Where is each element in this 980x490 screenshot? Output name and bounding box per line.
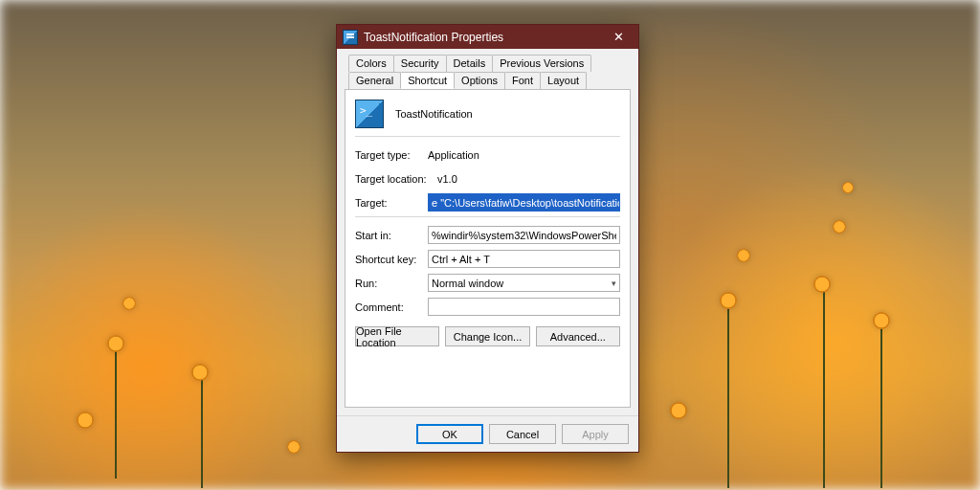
apply-button[interactable]: Apply [562, 424, 629, 444]
tab-layout[interactable]: Layout [540, 72, 587, 89]
shortcut-panel: ToastNotification Target type: Applicati… [345, 89, 631, 408]
shortcut-header: ToastNotification [355, 100, 620, 137]
start-in-input[interactable] [428, 226, 620, 244]
dialog-body: Colors Security Details Previous Version… [337, 49, 638, 415]
open-file-location-button[interactable]: Open File Location [355, 326, 439, 346]
close-button[interactable]: ✕ [598, 25, 638, 49]
tab-previous-versions[interactable]: Previous Versions [492, 55, 591, 72]
close-icon: ✕ [613, 30, 624, 44]
row-target-type: Target type: Application [355, 145, 620, 165]
row-target-location: Target location: v1.0 [355, 168, 620, 189]
chevron-down-icon: ▾ [612, 278, 616, 288]
row-target: Target: e "C:\Users\fatiw\Desktop\toastN… [355, 192, 620, 212]
titlebar[interactable]: ToastNotification Properties ✕ [337, 25, 638, 49]
window-title: ToastNotification Properties [364, 31, 598, 44]
tab-strip: Colors Security Details Previous Version… [345, 55, 631, 89]
value-target-location: v1.0 [437, 173, 457, 185]
powershell-large-icon [355, 100, 384, 128]
divider [355, 216, 620, 217]
row-comment: Comment: [355, 297, 620, 317]
shortcut-action-buttons: Open File Location Change Icon... Advanc… [355, 326, 620, 346]
tab-details[interactable]: Details [446, 55, 494, 72]
label-target-location: Target location: [355, 173, 437, 185]
shortcut-name: ToastNotification [395, 108, 473, 120]
cancel-button[interactable]: Cancel [489, 424, 556, 444]
label-run: Run: [355, 278, 428, 289]
row-shortcut-key: Shortcut key: [355, 249, 620, 269]
tab-general[interactable]: General [348, 72, 401, 89]
shortcut-key-input[interactable] [428, 250, 620, 268]
change-icon-button[interactable]: Change Icon... [445, 326, 529, 346]
ok-button[interactable]: OK [416, 424, 483, 444]
dialog-footer: OK Cancel Apply [337, 415, 638, 452]
target-input[interactable]: e "C:\Users\fatiw\Desktop\toastNotificat… [428, 193, 620, 212]
comment-input[interactable] [428, 298, 620, 316]
value-target-type: Application [428, 149, 479, 161]
row-run: Run: Normal window ▾ [355, 273, 620, 293]
run-dropdown-value: Normal window [432, 278, 503, 289]
tab-font[interactable]: Font [504, 72, 541, 89]
label-start-in: Start in: [355, 230, 428, 241]
row-start-in: Start in: [355, 225, 620, 245]
label-target-type: Target type: [355, 149, 428, 161]
tab-shortcut[interactable]: Shortcut [400, 72, 455, 89]
run-dropdown[interactable]: Normal window ▾ [428, 274, 620, 292]
tab-security[interactable]: Security [393, 55, 447, 72]
advanced-button[interactable]: Advanced... [536, 326, 620, 346]
powershell-icon [343, 30, 358, 45]
tab-colors[interactable]: Colors [348, 55, 394, 72]
label-target: Target: [355, 197, 428, 209]
tab-options[interactable]: Options [454, 72, 505, 89]
properties-dialog: ToastNotification Properties ✕ Colors Se… [336, 24, 639, 453]
label-shortcut-key: Shortcut key: [355, 254, 428, 265]
label-comment: Comment: [355, 301, 428, 313]
